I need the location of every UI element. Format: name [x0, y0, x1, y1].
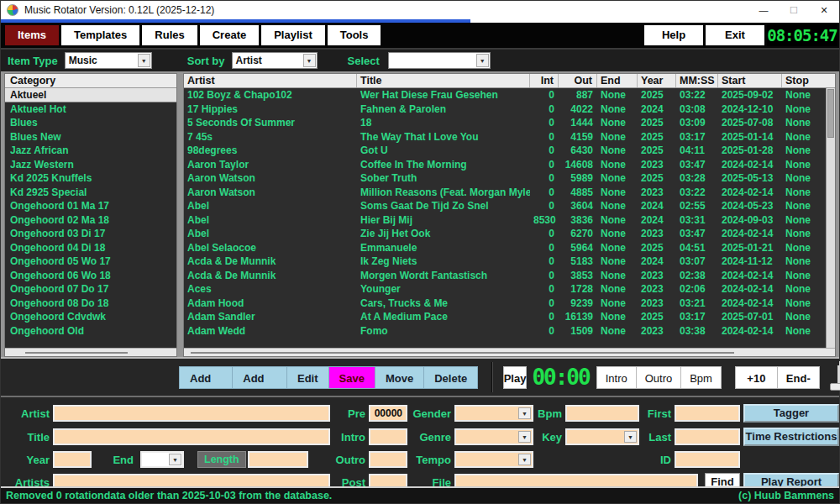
last-field[interactable]: [675, 428, 740, 445]
column-header-int[interactable]: Int: [530, 74, 559, 87]
category-item[interactable]: Ongehoord 04 Di 18: [5, 241, 176, 255]
chevron-down-icon[interactable]: ▼: [169, 454, 181, 465]
table-row[interactable]: AbelZie Jij Het Ook06270None202303:47202…: [184, 227, 826, 241]
genre-dropdown[interactable]: ▼: [454, 428, 533, 445]
column-header-end[interactable]: End: [597, 74, 638, 87]
end-dropdown[interactable]: ▼: [140, 451, 184, 468]
column-header-start[interactable]: Start: [718, 74, 782, 87]
bpm-field[interactable]: [565, 405, 639, 422]
table-row[interactable]: Acda & De MunnikMorgen Wordt Fantastisch…: [184, 269, 826, 283]
table-row[interactable]: Abel SelaocoeEmmanuele05964None202504:51…: [184, 241, 826, 255]
table-row[interactable]: AbelSoms Gaat De Tijd Zo Snel03604None20…: [184, 199, 826, 213]
outro-field[interactable]: [369, 451, 407, 468]
edit-button[interactable]: Edit: [286, 366, 328, 389]
intro-field[interactable]: [369, 428, 407, 445]
save-button[interactable]: Save: [328, 366, 375, 389]
category-item[interactable]: Aktueel Hot: [5, 102, 176, 117]
table-row[interactable]: 102 Boyz & Chapo102Wer Hat Diese Frau Ge…: [184, 88, 826, 102]
category-item[interactable]: Ongehoord 01 Ma 17: [5, 199, 176, 213]
column-header-stop[interactable]: Stop: [782, 74, 819, 87]
tab-tools[interactable]: Tools: [328, 25, 381, 45]
sort-by-dropdown[interactable]: Artist ▼: [232, 52, 318, 69]
chevron-down-icon[interactable]: ▼: [138, 54, 150, 67]
first-field[interactable]: [675, 405, 740, 422]
tagger-button[interactable]: Tagger: [743, 404, 839, 423]
chevron-down-icon[interactable]: ▼: [476, 54, 489, 67]
table-row[interactable]: 17 HippiesFahnen & Parolen04022None20240…: [184, 102, 826, 117]
gender-dropdown[interactable]: ▼: [454, 405, 533, 422]
item-type-dropdown[interactable]: Music ▼: [65, 52, 152, 69]
length-button[interactable]: Length: [197, 451, 246, 468]
chevron-down-icon[interactable]: ▼: [303, 54, 316, 67]
add-folder-button[interactable]: Add Folder: [232, 366, 286, 389]
category-item[interactable]: Blues: [5, 116, 176, 130]
category-item[interactable]: Ongehoord 02 Ma 18: [5, 213, 176, 228]
hscroll-thumb[interactable]: [25, 352, 128, 354]
category-item[interactable]: Blues New: [5, 130, 176, 144]
table-row[interactable]: Aaron WatsonMillion Reasons (Feat. Morga…: [184, 186, 826, 200]
column-header-mm-ss[interactable]: MM:SS: [676, 74, 718, 87]
category-item[interactable]: Ongehoord Cdvdwk: [5, 310, 176, 324]
add-file-s-button[interactable]: Add File(s): [179, 366, 232, 389]
table-row[interactable]: Adam WeddFomo01509None202303:382024-02-1…: [184, 324, 826, 339]
move-button[interactable]: Move: [375, 366, 423, 389]
table-row[interactable]: Acda & De MunnikIk Zeg Niets05183None202…: [184, 255, 826, 269]
tab-playlist[interactable]: Playlist: [261, 25, 325, 45]
chevron-down-icon[interactable]: ▼: [624, 431, 637, 443]
title-field[interactable]: [53, 428, 330, 445]
tab-create[interactable]: Create: [200, 25, 259, 45]
category-item[interactable]: Ongehoord 06 Wo 18: [5, 269, 176, 283]
play-button[interactable]: Play: [503, 366, 528, 389]
category-item[interactable]: Ongehoord 08 Do 18: [5, 297, 176, 311]
intro-button[interactable]: Intro: [596, 366, 636, 389]
tempo-dropdown[interactable]: ▼: [454, 451, 533, 468]
table-row[interactable]: Aaron TaylorCoffee In The Morning014608N…: [184, 158, 826, 172]
time-restrictions-button[interactable]: Time Restrictions: [743, 428, 839, 446]
table-row[interactable]: AcesYounger01728None202302:062024-02-14N…: [184, 282, 826, 297]
table-row[interactable]: 98degreesGot U06430None202504:112025-01-…: [184, 144, 826, 158]
category-hscrollbar[interactable]: [5, 348, 176, 356]
end-20-button[interactable]: End-20: [777, 366, 820, 389]
chevron-down-icon[interactable]: ▼: [518, 431, 531, 443]
exit-button[interactable]: Exit: [706, 25, 764, 45]
category-item[interactable]: Ongehoord 07 Do 17: [5, 282, 176, 297]
length-field[interactable]: [248, 451, 308, 468]
table-vscrollbar[interactable]: [826, 88, 835, 348]
category-item[interactable]: Jazz African: [5, 144, 176, 158]
outro-button[interactable]: Outro: [636, 366, 681, 389]
vscroll-thumb[interactable]: [827, 89, 834, 138]
category-item[interactable]: Aktueel: [5, 88, 176, 102]
category-header[interactable]: Category: [5, 74, 176, 88]
help-button[interactable]: Help: [644, 25, 703, 45]
category-item[interactable]: Ongehoord 05 Wo 17: [5, 255, 176, 269]
key-dropdown[interactable]: ▼: [565, 428, 639, 445]
table-row[interactable]: 5 Seconds Of Summer1801444None202503:092…: [184, 116, 826, 130]
select-dropdown[interactable]: ▼: [388, 52, 491, 69]
minimize-icon[interactable]: —: [748, 1, 779, 19]
volume-slider[interactable]: [830, 361, 839, 393]
column-header-year[interactable]: Year: [638, 74, 676, 87]
tab-items[interactable]: Items: [5, 25, 59, 45]
year-field[interactable]: [53, 451, 92, 468]
category-item[interactable]: Jazz Western: [5, 158, 176, 172]
10-secs-button[interactable]: +10 secs: [735, 366, 777, 389]
category-item[interactable]: Kd 2025 Knuffels: [5, 171, 176, 186]
close-icon[interactable]: ✕: [809, 1, 839, 19]
slider-handle[interactable]: [830, 383, 840, 391]
category-item[interactable]: Ongehoord 03 Di 17: [5, 227, 176, 241]
table-row[interactable]: 7 45sThe Way That I Love You04159None202…: [184, 130, 826, 144]
table-row[interactable]: Adam SandlerAt A Medium Pace016139None20…: [184, 310, 826, 324]
chevron-down-icon[interactable]: ▼: [518, 407, 531, 419]
category-item[interactable]: Ongehoord Old: [5, 324, 176, 339]
column-header-title[interactable]: Title: [357, 74, 530, 87]
table-row[interactable]: AbelHier Bij Mij85303836None202403:31202…: [184, 213, 826, 228]
pre-field[interactable]: 00000: [369, 405, 407, 422]
delete-button[interactable]: Delete: [423, 366, 478, 389]
chevron-down-icon[interactable]: ▼: [518, 454, 531, 465]
bpm-button[interactable]: Bpm: [680, 366, 722, 389]
id-field[interactable]: [675, 451, 740, 468]
artist-field[interactable]: [53, 405, 330, 422]
category-item[interactable]: Kd 2925 Special: [5, 186, 176, 200]
hscroll-thumb[interactable]: [191, 352, 734, 354]
tab-templates[interactable]: Templates: [61, 25, 139, 45]
